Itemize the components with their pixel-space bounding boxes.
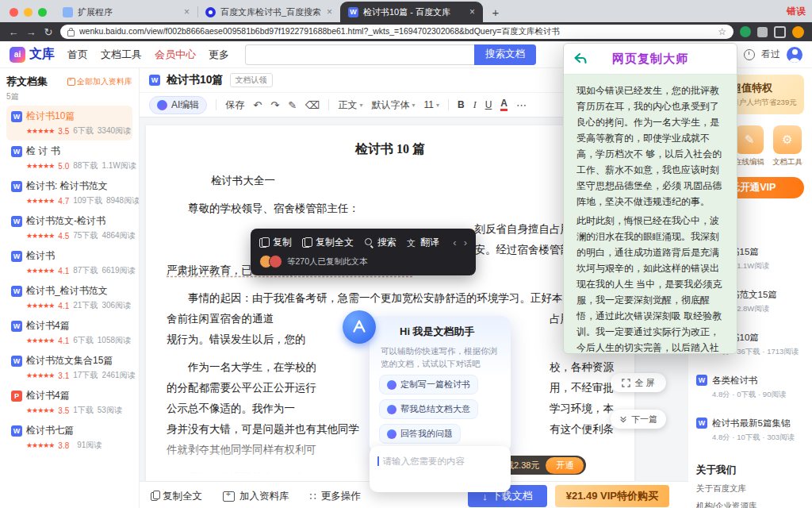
undo-icon[interactable]: ↶: [253, 100, 262, 110]
popup-prev-icon[interactable]: ‹: [453, 237, 456, 248]
header-nav-item[interactable]: 更多: [209, 48, 229, 62]
tab-title: 检讨书10篇 - 百度文库: [363, 6, 465, 18]
doc-type-icon: W: [11, 216, 22, 227]
vip-feature-icon: ⚙: [773, 125, 802, 154]
about-link[interactable]: 关于百度文库: [696, 483, 746, 495]
ai-input-placeholder: 请输入您需要的内容: [383, 456, 465, 466]
search-input[interactable]: [245, 44, 474, 65]
related-doc-item[interactable]: W 各类检讨书 4.8分 · 0下载 · 90阅读: [696, 375, 804, 408]
doc-claim-badge[interactable]: 文档认领: [230, 73, 273, 87]
tab-close-icon[interactable]: ×: [184, 6, 190, 17]
download-count: 21下载: [73, 300, 98, 311]
ai-edit-button[interactable]: AI编辑: [149, 96, 207, 114]
next-doc-button[interactable]: 下一篇: [611, 410, 666, 429]
wenku-logo[interactable]: ai 文库: [10, 46, 55, 63]
extension-green-icon[interactable]: [740, 26, 751, 37]
browser-tab[interactable]: W 检讨书10篇 - 百度文库 ×: [340, 2, 483, 22]
tab-close-icon[interactable]: ×: [327, 6, 332, 17]
toolbar-divider: [216, 99, 216, 110]
selection-action-button[interactable]: 复制: [259, 236, 292, 249]
reload-button[interactable]: ↻: [43, 27, 54, 37]
copy-icon: [151, 492, 158, 501]
rating-value: 4.5: [58, 232, 69, 241]
sidebar-doc-item[interactable]: W 检讨书 ★★★★★ 4.1 87下载 6619阅读: [6, 245, 132, 280]
sidebar-doc-item[interactable]: P 检讨书4篇 ★★★★★ 3.5 1下载 53阅读: [6, 385, 132, 420]
sidebar-doc-item[interactable]: W 检讨书_检讨书范文 ★★★★★ 4.1 21下载 306阅读: [6, 280, 132, 315]
ai-suggestion-chip[interactable]: 回答我的问题: [379, 424, 461, 444]
copy-fulltext-button[interactable]: 复制全文: [151, 490, 202, 503]
search-button[interactable]: 搜索文档: [474, 44, 536, 65]
macos-zoom-button[interactable]: [38, 8, 47, 17]
sidebar-doc-item[interactable]: W 检 讨 书 ★★★★★ 5.0 88下载 1.1W阅读: [6, 140, 132, 175]
italic-button[interactable]: I: [473, 99, 477, 111]
back-button[interactable]: ←: [8, 27, 19, 37]
vip-feature[interactable]: ⚙ 文档工具: [772, 125, 802, 167]
doc-type-icon: W: [149, 75, 160, 86]
header-nav-item[interactable]: 文档工具: [101, 48, 142, 62]
related-doc-item[interactable]: W 检讨书最新5篇集锦 4.8分 · 10下载 · 303阅读: [696, 418, 804, 451]
font-size-dropdown[interactable]: 11: [423, 99, 439, 110]
add-all-to-library-link[interactable]: 全部加入资料库: [67, 76, 132, 87]
open-vip-button[interactable]: 开通: [546, 457, 584, 474]
tab-favicon: [205, 7, 216, 17]
selection-action-button[interactable]: 复制全文: [302, 236, 354, 249]
selection-action-button[interactable]: 翻译: [407, 236, 439, 249]
user-avatar[interactable]: [787, 47, 802, 63]
extensions-puzzle-icon[interactable]: [757, 27, 768, 37]
format-brush-icon[interactable]: ✎: [288, 100, 297, 110]
paragraph-style-dropdown[interactable]: 正文: [338, 98, 362, 112]
browser-profile-avatar[interactable]: [792, 26, 804, 38]
sidebar-doc-item[interactable]: W 检讨书: 检讨书范文 ★★★★★ 4.7 109下载 8948阅读: [6, 175, 132, 210]
about-title: 关于我们: [696, 464, 804, 477]
macos-minimize-button[interactable]: [24, 8, 33, 17]
new-tab-button[interactable]: +: [486, 2, 505, 21]
macos-close-button[interactable]: [10, 8, 18, 17]
browser-tab[interactable]: 百度文库检讨书_百度搜索 ×: [197, 2, 340, 22]
add-to-library-button[interactable]: 加入资料库: [223, 490, 289, 503]
download-count: 17下载: [73, 370, 98, 381]
doc-title: 检讨书: [26, 249, 55, 263]
more-grid-icon: ∷: [310, 491, 316, 502]
more-actions-button[interactable]: ∷更多操作: [310, 490, 361, 503]
read-count: 8948阅读: [106, 195, 140, 206]
more-tools-icon[interactable]: ⋯: [516, 100, 527, 110]
ai-greeting: Hi 我是文档助手: [379, 325, 501, 339]
bookmark-star-icon[interactable]: ☆: [718, 26, 726, 37]
clear-format-icon[interactable]: ⌫: [305, 100, 320, 110]
sidebar-doc-item[interactable]: W 检讨书七篇 ★★★★★ 3.8 91阅读: [6, 420, 132, 455]
browser-tab[interactable]: 扩展程序 ×: [55, 2, 197, 22]
doc-title: 检讨书范文集合15篇: [26, 354, 113, 368]
sidebar-doc-item[interactable]: W 检讨书范文集合15篇 ★★★★★ 3.1 17下载 2461阅读: [6, 350, 132, 385]
ai-input-box[interactable]: 请输入您需要的内容: [370, 446, 511, 492]
url-field[interactable]: wenku.baidu.com/view/f002b8666aese009581…: [60, 25, 733, 39]
about-link[interactable]: 机构/企业资源库: [696, 501, 756, 508]
bold-button[interactable]: B: [458, 99, 465, 110]
fullscreen-button[interactable]: 全 屏: [611, 373, 666, 392]
redo-icon[interactable]: ↷: [270, 100, 279, 110]
font-family-dropdown[interactable]: 默认字体: [371, 98, 415, 112]
sidebar-doc-item[interactable]: W 检讨书范文-检讨书 ★★★★★ 4.5 75下载 4864阅读: [6, 210, 132, 245]
ai-suggestion-chip[interactable]: 定制写一篇检讨书: [379, 375, 478, 394]
ai-suggestion-chip[interactable]: 帮我总结文档大意: [379, 399, 478, 419]
underline-button[interactable]: U: [485, 99, 492, 110]
doc-type-icon: W: [11, 356, 22, 367]
back-arrow-button[interactable]: [572, 50, 589, 67]
tab-close-icon[interactable]: ×: [469, 6, 475, 17]
doc-type-icon: P: [11, 391, 22, 402]
save-button[interactable]: 保存: [225, 98, 244, 112]
side-panel-icon[interactable]: [774, 26, 786, 38]
selection-action-button[interactable]: 搜索: [364, 236, 396, 249]
font-color-button[interactable]: A: [500, 98, 508, 111]
vip-feature[interactable]: ✎ 在线编辑: [734, 125, 764, 167]
history-link[interactable]: 看过: [761, 48, 780, 61]
forward-button[interactable]: →: [25, 27, 36, 37]
popup-next-icon[interactable]: ›: [464, 237, 467, 248]
doc-text-line: 尊敬的学校领导、宿舍楼管部主任：: [167, 198, 614, 219]
sidebar-doc-item[interactable]: W 检讨书4篇 ★★★★★ 4.1 6下载 1058阅读: [6, 315, 132, 350]
doc-title: 检讨书: 检讨书范文: [26, 179, 108, 193]
ai-assistant-logo[interactable]: [343, 310, 376, 344]
vip-purchase-button[interactable]: ¥21.49 VIP特价购买: [555, 485, 669, 507]
sidebar-doc-item[interactable]: W 检讨书10篇 ★★★★★ 3.5 6下载 3340阅读: [6, 106, 132, 140]
header-nav-item[interactable]: 首页: [67, 48, 88, 62]
header-nav-item[interactable]: 会员中心: [155, 48, 196, 62]
